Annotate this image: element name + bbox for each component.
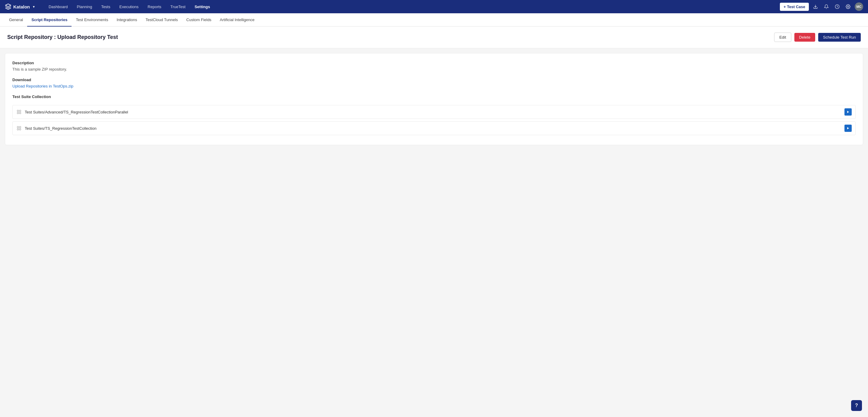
subnav-custom-fields[interactable]: Custom Fields — [182, 13, 216, 27]
subnav-script-repositories[interactable]: Script Repositories — [27, 13, 71, 27]
suite-collection-icon — [16, 109, 22, 115]
suite-collection-label: Test Suite Collection — [12, 94, 856, 99]
page-actions: Edit Delete Schedule Test Run — [774, 33, 861, 42]
nav-dashboard[interactable]: Dashboard — [45, 3, 71, 11]
download-icon-button[interactable] — [811, 3, 820, 10]
suite-name-2: Test Suites/TS_RegressionTestCollection — [25, 126, 97, 131]
subnav-integrations[interactable]: Integrations — [112, 13, 141, 27]
sub-navigation: General Script Repositories Test Environ… — [0, 13, 868, 27]
content-area: Description This is a sample ZIP reposit… — [0, 48, 868, 150]
nav-links: Dashboard Planning Tests Executions Repo… — [45, 3, 780, 11]
schedule-test-run-button[interactable]: Schedule Test Run — [818, 33, 861, 42]
svg-rect-8 — [19, 126, 21, 128]
delete-button[interactable]: Delete — [794, 33, 815, 42]
subnav-testcloud-tunnels[interactable]: TestCloud Tunnels — [141, 13, 182, 27]
suite-name-1: Test Suites/Advanced/TS_RegressionTestCo… — [25, 110, 128, 115]
test-suite-collection-section: Test Suite Collection — [12, 94, 856, 99]
test-suite-row: Test Suites/Advanced/TS_RegressionTestCo… — [12, 105, 856, 119]
logo-text: Katalon — [13, 4, 30, 9]
download-label: Download — [12, 77, 856, 82]
svg-marker-6 — [847, 111, 849, 113]
notifications-icon-button[interactable] — [822, 3, 831, 10]
nav-planning[interactable]: Planning — [73, 3, 96, 11]
nav-right-actions: + Test Case MC — [780, 2, 863, 11]
edit-button[interactable]: Edit — [774, 33, 791, 42]
suite-row-left: Test Suites/TS_RegressionTestCollection — [16, 126, 97, 131]
description-label: Description — [12, 61, 856, 65]
download-icon — [813, 4, 818, 9]
logo-dropdown-icon: ▼ — [32, 5, 35, 8]
suite-collection-icon — [16, 126, 22, 131]
play-icon — [846, 127, 849, 130]
svg-rect-9 — [17, 129, 19, 130]
bell-icon — [824, 4, 829, 9]
svg-rect-5 — [19, 112, 21, 114]
subnav-artificial-intelligence[interactable]: Artificial Intelligence — [216, 13, 259, 27]
play-icon — [846, 110, 849, 114]
svg-rect-10 — [19, 129, 21, 130]
description-section: Description This is a sample ZIP reposit… — [12, 61, 856, 71]
run-suite-2-button[interactable] — [844, 125, 852, 132]
top-navigation: Katalon ▼ Dashboard Planning Tests Execu… — [0, 0, 868, 13]
nav-settings[interactable]: Settings — [191, 3, 214, 11]
add-test-case-button[interactable]: + Test Case — [780, 3, 809, 11]
nav-tests[interactable]: Tests — [97, 3, 114, 11]
svg-point-1 — [847, 6, 849, 7]
page-title: Script Repository : Upload Repository Te… — [7, 34, 118, 40]
settings-icon-button[interactable] — [844, 3, 852, 10]
nav-truetest[interactable]: TrueTest — [167, 3, 189, 11]
test-suite-row: Test Suites/TS_RegressionTestCollection — [12, 121, 856, 135]
subnav-test-environments[interactable]: Test Environments — [71, 13, 112, 27]
page-header: Script Repository : Upload Repository Te… — [0, 27, 868, 48]
download-link[interactable]: Upload Repositories in TestOps.zip — [12, 84, 856, 88]
nav-reports[interactable]: Reports — [144, 3, 165, 11]
history-icon-button[interactable] — [833, 3, 841, 10]
suite-row-left: Test Suites/Advanced/TS_RegressionTestCo… — [16, 109, 128, 115]
logo[interactable]: Katalon ▼ — [5, 3, 35, 10]
test-suite-list: Test Suites/Advanced/TS_RegressionTestCo… — [12, 105, 856, 135]
svg-marker-11 — [847, 127, 849, 129]
description-value: This is a sample ZIP repository. — [12, 67, 856, 71]
subnav-general[interactable]: General — [5, 13, 27, 27]
clock-icon — [835, 4, 840, 9]
download-section: Download Upload Repositories in TestOps.… — [12, 77, 856, 88]
gear-icon — [846, 4, 850, 9]
svg-rect-7 — [17, 126, 19, 128]
svg-rect-2 — [17, 110, 19, 111]
details-card: Description This is a sample ZIP reposit… — [5, 53, 863, 145]
nav-executions[interactable]: Executions — [116, 3, 142, 11]
svg-rect-4 — [17, 112, 19, 114]
svg-rect-3 — [19, 110, 21, 111]
run-suite-1-button[interactable] — [844, 108, 852, 116]
katalon-logo-icon — [5, 3, 11, 10]
user-avatar-button[interactable]: MC — [855, 2, 863, 11]
